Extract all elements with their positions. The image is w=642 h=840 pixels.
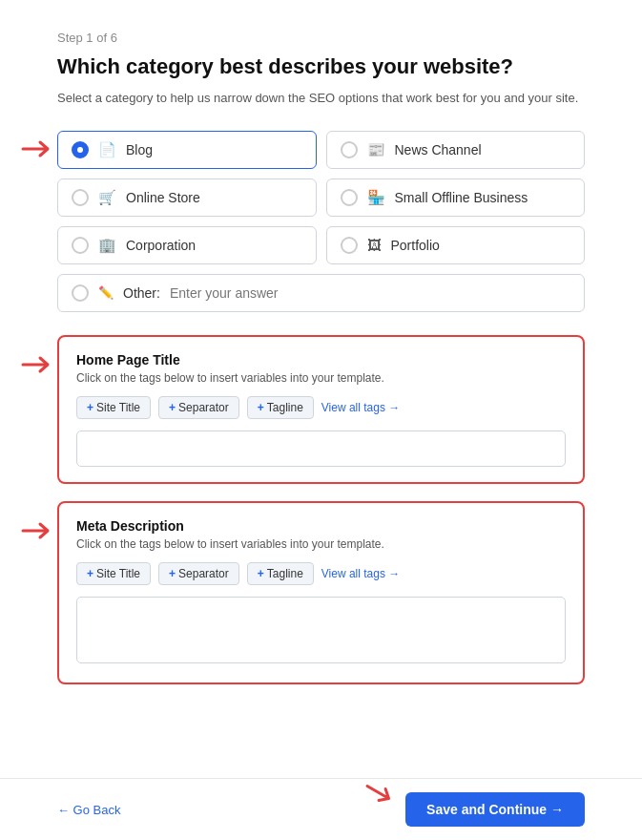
news-channel-icon: 📰 [367, 141, 385, 158]
meta-description-wrapper: Meta Description Click on the tags below… [57, 501, 585, 684]
small-offline-business-label: Small Offline Business [395, 190, 528, 205]
footer-bar: ← Go Back Save and Continue → [0, 778, 642, 840]
blog-icon: 📄 [98, 141, 116, 158]
meta-description-section: Meta Description Click on the tags below… [57, 501, 585, 684]
page-title: Which category best describes your websi… [57, 54, 585, 79]
category-grid: 📄 Blog 📰 News Channel 🛒 Online Store [57, 131, 585, 264]
red-arrow-home-page-title [21, 354, 53, 375]
go-back-link[interactable]: ← Go Back [57, 803, 120, 817]
red-arrow-category [21, 138, 53, 159]
news-channel-label: News Channel [395, 142, 482, 158]
radio-small-offline-business [341, 189, 358, 206]
radio-portfolio [341, 237, 358, 254]
online-store-label: Online Store [126, 190, 200, 205]
view-all-tags-home[interactable]: View all tags → [321, 401, 400, 414]
save-and-continue-button[interactable]: Save and Continue → [405, 792, 585, 827]
other-option-row[interactable]: ✏️ Other: [57, 274, 585, 312]
radio-other [72, 284, 89, 302]
main-content: Step 1 of 6 Which category best describe… [0, 0, 642, 778]
online-store-icon: 🛒 [98, 189, 116, 206]
radio-corporation [72, 237, 89, 254]
home-page-title-subtitle: Click on the tags below to insert variab… [76, 371, 566, 385]
tag-site-title-home[interactable]: + Site Title [76, 396, 151, 419]
category-option-small-offline-business[interactable]: 🏪 Small Offline Business [326, 178, 586, 217]
tag-separator-home-label: Separator [178, 401, 229, 414]
home-page-title-tags: + Site Title + Separator + Tagline View … [76, 396, 566, 419]
home-page-title-wrapper: Home Page Title Click on the tags below … [57, 335, 585, 484]
portfolio-icon: 🖼 [367, 237, 382, 253]
category-section: 📄 Blog 📰 News Channel 🛒 Online Store [57, 131, 585, 312]
tag-separator-meta[interactable]: + Separator [158, 562, 239, 585]
tag-tagline-meta[interactable]: + Tagline [247, 562, 314, 585]
corporation-label: Corporation [126, 238, 196, 253]
meta-description-subtitle: Click on the tags below to insert variab… [76, 537, 566, 551]
home-page-title-input[interactable] [76, 430, 566, 467]
tag-separator-meta-label: Separator [178, 567, 229, 580]
page-subtitle: Select a category to help us narrow down… [57, 89, 585, 108]
tag-site-title-meta-label: Site Title [96, 567, 140, 580]
blog-label: Blog [126, 142, 153, 158]
other-input[interactable] [170, 285, 570, 301]
meta-description-tags: + Site Title + Separator + Tagline View … [76, 562, 566, 585]
tag-site-title-meta[interactable]: + Site Title [76, 562, 151, 585]
tag-tagline-home[interactable]: + Tagline [247, 396, 314, 419]
radio-blog [72, 141, 89, 158]
tag-tagline-home-label: Tagline [267, 401, 303, 414]
corporation-icon: 🏢 [98, 237, 116, 254]
tag-site-title-home-label: Site Title [96, 401, 140, 414]
red-arrow-meta-description [21, 520, 53, 541]
edit-icon: ✏️ [98, 285, 114, 300]
home-page-title-section: Home Page Title Click on the tags below … [57, 335, 585, 484]
small-offline-business-icon: 🏪 [367, 189, 385, 206]
meta-description-textarea[interactable] [76, 597, 566, 663]
red-arrow-save-btn [361, 776, 399, 810]
page-wrapper: Step 1 of 6 Which category best describe… [0, 0, 642, 840]
category-option-news-channel[interactable]: 📰 News Channel [326, 131, 586, 169]
radio-online-store [72, 189, 89, 206]
portfolio-label: Portfolio [391, 238, 440, 253]
other-label: Other: [123, 285, 160, 301]
home-page-title-heading: Home Page Title [76, 352, 566, 368]
save-btn-wrapper: Save and Continue → [405, 792, 585, 827]
step-label: Step 1 of 6 [57, 31, 585, 45]
view-all-tags-meta[interactable]: View all tags → [321, 567, 400, 580]
meta-description-heading: Meta Description [76, 518, 566, 534]
category-option-online-store[interactable]: 🛒 Online Store [57, 178, 317, 217]
category-option-corporation[interactable]: 🏢 Corporation [57, 226, 317, 264]
category-option-blog[interactable]: 📄 Blog [57, 131, 317, 169]
radio-news-channel [341, 141, 358, 158]
category-option-portfolio[interactable]: 🖼 Portfolio [326, 226, 586, 264]
tag-separator-home[interactable]: + Separator [158, 396, 239, 419]
tag-tagline-meta-label: Tagline [267, 567, 303, 580]
